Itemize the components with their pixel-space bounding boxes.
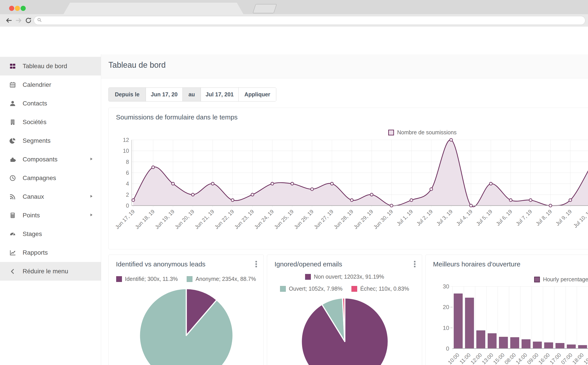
url-input[interactable] [44, 17, 585, 23]
svg-text:Jun 24, 19: Jun 24, 19 [253, 208, 275, 230]
sidebar-item-stages[interactable]: Stages [0, 225, 101, 243]
date-from-input[interactable] [146, 88, 182, 101]
sidebar-item-rapports[interactable]: Rapports [0, 243, 101, 262]
svg-text:Jul 2, 19: Jul 2, 19 [415, 208, 434, 227]
svg-text:Jun 23, 19: Jun 23, 19 [233, 208, 255, 230]
svg-text:Jul 1, 19: Jul 1, 19 [396, 208, 414, 227]
date-to-input[interactable] [201, 88, 238, 101]
urlbar-search-icon [37, 18, 42, 23]
sidebar-item-segments[interactable]: Segments [0, 131, 101, 150]
url-bar[interactable] [34, 16, 585, 25]
sidebar-item-label: Calendrier [23, 81, 51, 88]
svg-text:Jun 26, 19: Jun 26, 19 [293, 208, 315, 230]
svg-text:Jul 9, 19: Jul 9, 19 [554, 208, 573, 227]
sidebar-item-label: Composants [23, 156, 57, 163]
date-from-label: Depuis le [109, 88, 146, 101]
bar-14:00 [522, 339, 530, 349]
apply-button[interactable]: Appliquer [238, 88, 276, 101]
sidebar-item-reduire-le-menu[interactable]: Réduire le menu [0, 262, 101, 281]
pie-slices [301, 298, 388, 365]
sidebar-item-points[interactable]: Points [0, 206, 101, 225]
svg-text:15:00: 15:00 [492, 352, 506, 365]
app-header: a webmecanik AUTOMATION [0, 27, 588, 55]
x-axis-labels: 10:0011:0012:0013:0015:0008:0014:0009:00… [447, 352, 588, 365]
svg-text:Jul 10, 19: Jul 10, 19 [572, 208, 588, 229]
svg-text:07:00: 07:00 [560, 352, 574, 365]
sidebar-item-contacts[interactable]: Contacts [0, 94, 101, 113]
svg-text:Jun 29, 19: Jun 29, 19 [352, 208, 374, 230]
user-icon [9, 100, 16, 107]
svg-text:20: 20 [443, 304, 449, 310]
svg-text:10: 10 [443, 325, 449, 331]
sidebar-item-canaux[interactable]: Canaux [0, 187, 101, 206]
bar-15:00 [499, 337, 508, 349]
svg-text:13:00: 13:00 [481, 352, 494, 365]
grid-icon [9, 63, 16, 70]
svg-text:Jul 3, 19: Jul 3, 19 [435, 208, 454, 227]
sidebar: Tableau de bordCalendrierContactsSociété… [0, 54, 101, 365]
back-icon[interactable] [5, 16, 13, 25]
svg-text:Jun 22, 19: Jun 22, 19 [213, 208, 235, 230]
submenu-caret-icon [90, 157, 93, 161]
calendar-icon [9, 82, 16, 88]
window-minimize-button[interactable] [15, 6, 20, 11]
svg-text:08:00: 08:00 [503, 352, 517, 365]
bar-18:00 [578, 345, 587, 349]
sidebar-item-campagnes[interactable]: Campagnes [0, 169, 101, 187]
sidebar-item-label: Canaux [23, 193, 44, 200]
sidebar-item-societes[interactable]: Sociétés [0, 113, 101, 131]
rss-icon [9, 193, 16, 200]
svg-text:Jun 17, 19: Jun 17, 19 [114, 208, 136, 230]
svg-text:0: 0 [446, 345, 449, 352]
sidebar-item-calendrier[interactable]: Calendrier [0, 76, 101, 94]
bar-13:00 [488, 333, 496, 349]
svg-text:Jul 7, 19: Jul 7, 19 [515, 208, 533, 227]
chart-icon [9, 249, 16, 256]
svg-text:2: 2 [126, 192, 129, 198]
svg-text:Jun 28, 19: Jun 28, 19 [333, 208, 354, 230]
chevron-left-icon [9, 268, 16, 275]
svg-text:16:00: 16:00 [537, 352, 551, 365]
bars [454, 294, 588, 349]
svg-text:12:00: 12:00 [469, 352, 483, 365]
page-title-band [101, 54, 588, 78]
svg-text:10: 10 [123, 148, 129, 154]
series-area [133, 140, 588, 207]
pie-slice-anonyme [139, 289, 233, 365]
svg-text:8: 8 [126, 159, 129, 165]
pie-chart[interactable] [267, 255, 422, 365]
widget-best-open-hours: Meilleurs horaires d'ouverture Hourly pe… [426, 255, 588, 365]
sidebar-item-tableau-de-bord[interactable]: Tableau de bord [0, 57, 101, 76]
sidebar-item-composants[interactable]: Composants [0, 150, 101, 169]
browser-tab[interactable] [63, 3, 243, 14]
line-chart[interactable]: 024681012Jun 17, 19Jun 18, 19Jun 19, 19J… [109, 108, 588, 249]
bar-12:00 [476, 330, 485, 349]
pie-chart[interactable] [109, 255, 264, 365]
svg-text:09:00: 09:00 [526, 352, 540, 365]
svg-text:Jul 6, 19: Jul 6, 19 [495, 208, 513, 227]
svg-text:Jun 25, 19: Jun 25, 19 [273, 208, 295, 230]
svg-text:Jun 27, 19: Jun 27, 19 [313, 208, 334, 230]
svg-text:Jun 30, 19: Jun 30, 19 [372, 208, 394, 230]
widget-form-submissions: Soumissions de formulaire dans le temps … [108, 108, 588, 249]
bar-07:00 [567, 344, 575, 349]
forward-icon[interactable] [15, 16, 23, 25]
bar-chart[interactable]: 010203010:0011:0012:0013:0015:0008:0014:… [426, 255, 588, 365]
svg-text:6: 6 [126, 170, 129, 176]
bar-16:00 [544, 343, 553, 349]
bar-17:00 [556, 343, 564, 349]
reload-icon[interactable] [24, 16, 32, 25]
svg-text:0: 0 [126, 203, 129, 209]
bar-08:00 [510, 337, 519, 349]
sidebar-item-label: Tableau de bord [23, 63, 67, 70]
y-axis-labels: 0102030 [443, 283, 449, 352]
date-between-label: au [182, 88, 201, 101]
sidebar-item-label: Contacts [23, 100, 47, 107]
sidebar-item-label: Segments [23, 137, 51, 144]
window-close-button[interactable] [9, 6, 14, 11]
puzzle-icon [9, 156, 16, 163]
new-tab-button[interactable] [253, 4, 277, 13]
sidebar-item-label: Points [23, 212, 40, 219]
clock-icon [9, 175, 16, 181]
window-maximize-button[interactable] [21, 6, 26, 11]
